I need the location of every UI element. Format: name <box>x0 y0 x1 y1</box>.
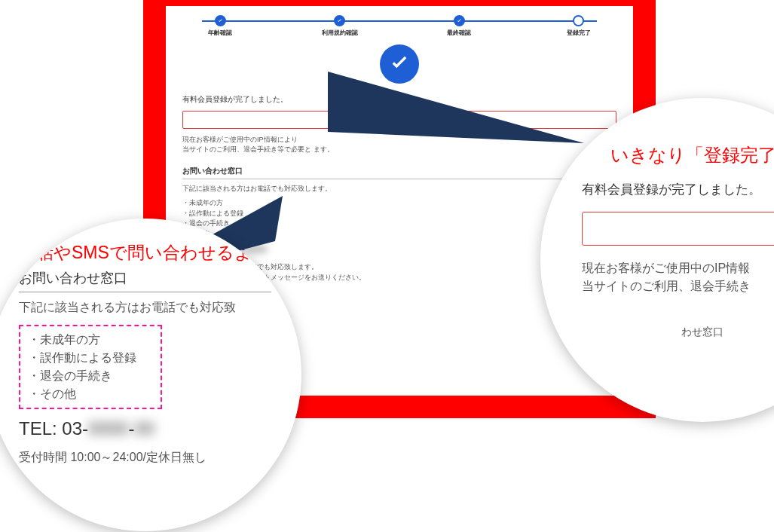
step-complete: 登録完了 <box>549 15 609 37</box>
step-label: 登録完了 <box>567 29 591 37</box>
list-item: 未成年の方 <box>28 331 153 349</box>
business-hours: 受付時間 10:00～24:00/定休日無し <box>19 450 271 466</box>
step-circle-incomplete <box>573 15 584 26</box>
tel-dash: - <box>128 418 134 439</box>
contact-subtext: 下記に該当される方はお電話でも対応致します。 <box>182 184 616 194</box>
ip-info-text: 現在お客様がご使用中のIP情報 当サイトのご利用、退会手続き <box>582 259 774 295</box>
list-item: 誤作動による登録 <box>28 349 153 367</box>
tel-number: TEL: 03-0000-00 <box>19 418 271 439</box>
tel-masked: 00 <box>134 418 154 439</box>
svg-marker-0 <box>328 72 584 143</box>
step-confirm: 最終確認 <box>429 15 489 37</box>
zoom-bubble-contact: 電話やSMSで問い合わせるよう誘導 お問い合わせ窓口 下記に該当される方はお電話… <box>0 219 301 531</box>
contact-heading: お問い合わせ窓口 <box>19 269 271 292</box>
tel-label: TEL: 03- <box>19 418 88 439</box>
check-icon <box>454 15 465 26</box>
highlighted-list-box: 未成年の方 誤作動による登録 退会の手続き その他 <box>19 325 162 409</box>
contact-subtext: 下記に該当される方はお電話でも対応致 <box>19 300 271 316</box>
ip-line-a: 現在お客様がご使用中のIP情報 <box>582 261 750 274</box>
step-age: 年齢確認 <box>190 15 250 37</box>
faint-heading: わせ窓口 <box>582 326 774 339</box>
tel-masked: 0000 <box>88 418 128 439</box>
registered-message: 有料会員登録が完了しました。 <box>582 181 774 198</box>
step-label: 利用規約確認 <box>322 29 358 37</box>
progress-steps: 年齢確認 利用規約確認 最終確認 登録完了 <box>190 15 609 37</box>
list-item: 退会の手続き <box>28 367 153 385</box>
step-terms: 利用規約確認 <box>310 15 370 37</box>
ip-line: 現在お客様がご使用中のIP情報により <box>182 136 298 143</box>
zoom-content: 有料会員登録が完了しました。 お客様 現在お客様がご使用中のIP情報 当サイトの… <box>582 181 774 339</box>
check-icon <box>334 15 345 26</box>
check-icon <box>215 15 226 26</box>
ip-line-b: 当サイトのご利用、退会手続き <box>582 280 751 292</box>
step-label: 最終確認 <box>447 29 471 37</box>
contact-bullet-list: 未成年の方 誤作動による登録 退会の手続き その他 <box>28 331 153 403</box>
customer-id-box: お客様 <box>582 212 774 246</box>
step-label: 年齢確認 <box>208 29 232 37</box>
list-item: その他 <box>28 385 153 403</box>
ip-line: 当サイトのご利用、退会手続き等で必要と <box>182 145 311 153</box>
annotation-caption: いきなり「登録完了」 <box>610 143 774 167</box>
